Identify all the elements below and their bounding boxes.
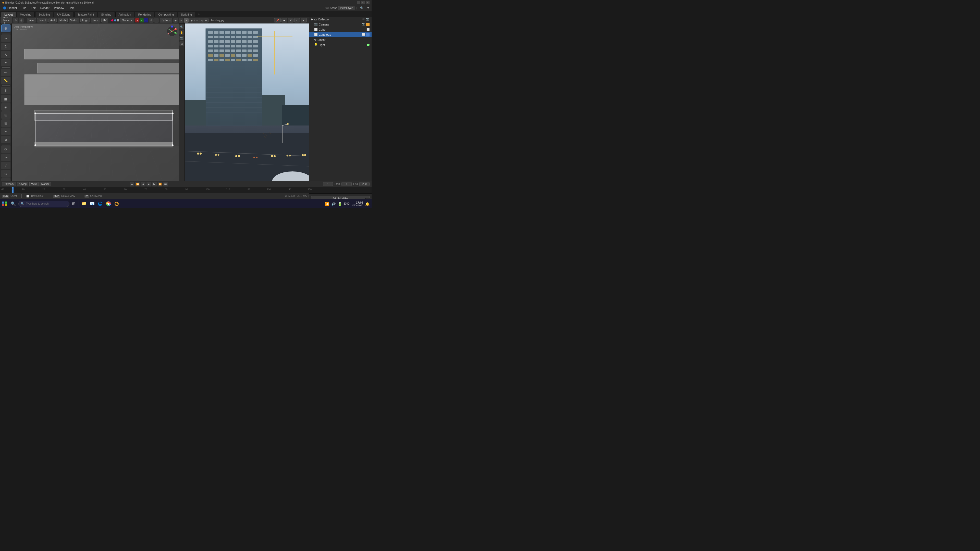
z-constraint[interactable]: Z (144, 18, 148, 22)
options-btn[interactable]: Options (160, 18, 172, 22)
search-icon[interactable]: 🔍 (359, 6, 365, 10)
tool-spin[interactable]: ⟳ (1, 145, 11, 153)
scene-selector[interactable] (325, 7, 329, 9)
menu-blender[interactable]: 🔵 Blender (1, 6, 19, 10)
view-btn[interactable]: View (27, 18, 36, 22)
zoom-in-btn[interactable]: 🔍 (180, 24, 184, 29)
taskbar-file-explorer[interactable]: 📁 (80, 199, 88, 208)
image-pin-btn[interactable]: 📌 (274, 18, 281, 22)
taskbar-chrome[interactable] (104, 199, 113, 208)
face-btn[interactable]: Face (91, 18, 100, 22)
menu-help[interactable]: Help (67, 6, 76, 10)
menu-render[interactable]: Render (38, 6, 52, 10)
language-indicator[interactable]: ENG (344, 202, 350, 205)
tab-compositing[interactable]: Compositing (155, 12, 177, 17)
tool-cursor[interactable]: ⊕ (1, 24, 11, 32)
outliner-cube001[interactable]: ⬜ Cube.001 ⬜ (309, 32, 372, 37)
end-frame-input[interactable] (360, 182, 369, 186)
grid-btn[interactable]: ⊞ (180, 41, 184, 46)
camera-btn[interactable]: 📷 (180, 36, 184, 40)
tab-layout[interactable]: Layout (1, 12, 16, 17)
play-btn[interactable]: ▶ (146, 182, 151, 186)
uv-btn[interactable]: UV (101, 18, 108, 22)
tab-scripting[interactable]: Scripting (178, 12, 195, 17)
3d-viewport[interactable]: User Perspective (1) Cube.001 X Y Z (12, 24, 185, 187)
tool-loop-cut[interactable]: ⊞ (1, 111, 11, 119)
tool-measure[interactable]: 📏 (1, 77, 11, 84)
tool-annotate[interactable]: ✏ (1, 68, 11, 76)
local-view-btn[interactable]: ⊙ (13, 18, 18, 23)
global-view-btn[interactable]: ◎ (19, 18, 24, 23)
menu-file[interactable]: File (20, 6, 28, 10)
image-nav-btn[interactable]: ◀ (282, 18, 287, 22)
tab-texture-paint[interactable]: Texture Paint (74, 12, 97, 17)
start-frame-input[interactable] (342, 182, 352, 186)
tool-offset-edge[interactable]: ⊟ (1, 119, 11, 127)
x-constraint[interactable]: X (135, 18, 139, 22)
tool-bevel[interactable]: ◈ (1, 103, 11, 111)
pan-btn[interactable]: ✋ (180, 30, 184, 35)
tool-inset[interactable]: ▣ (1, 95, 11, 103)
tab-rendering[interactable]: Rendering (135, 12, 154, 17)
vertex-btn[interactable]: Vertex (68, 18, 80, 22)
battery-icon[interactable]: 🔋 (338, 202, 342, 206)
next-keyframe-btn[interactable]: ▶ (152, 182, 157, 186)
proportional-btn[interactable]: ○ (154, 18, 159, 23)
collection-item[interactable]: ▶ 🗂 Collection 👁 📷 (309, 17, 372, 22)
next-frame-btn[interactable]: ⏩ (158, 182, 162, 186)
minimize-button[interactable]: – (357, 1, 360, 4)
keying-menu[interactable]: Keying (17, 182, 29, 186)
menu-window[interactable]: Window (52, 6, 66, 10)
viewport-shading-material[interactable]: ◐ (189, 18, 194, 23)
tool-bisect[interactable]: ⌀ (1, 136, 11, 143)
tab-shading[interactable]: Shading (98, 12, 115, 17)
tab-sculpting[interactable]: Sculpting (35, 12, 53, 17)
outliner-cube[interactable]: ⬜ Cube ⬜ (309, 27, 372, 32)
tool-transform[interactable]: ✦ (1, 59, 11, 67)
mesh-btn[interactable]: Mesh (58, 18, 67, 22)
tool-knife[interactable]: ✂ (1, 127, 11, 135)
outliner-light[interactable]: 💡 Light (309, 42, 372, 48)
marker-menu[interactable]: Marker (40, 182, 51, 186)
view-layer-selector[interactable]: View Layer (338, 6, 354, 10)
snap-btn[interactable]: ⊙ (149, 18, 154, 23)
taskbar-search[interactable]: 🔍 (9, 199, 18, 208)
transform-mode-global[interactable]: Global ▼ (120, 18, 134, 22)
prev-keyframe-btn[interactable]: ◀ (141, 182, 145, 186)
y-constraint[interactable]: Y (140, 18, 144, 22)
image-close-btn[interactable]: ✕ (288, 18, 293, 22)
playback-menu[interactable]: Playback (2, 182, 16, 186)
tool-shrink[interactable]: ⊙ (1, 170, 11, 178)
start-button[interactable] (0, 199, 9, 208)
filter-icon[interactable]: ▼ (366, 6, 371, 10)
tool-scale[interactable]: ⤡ (1, 51, 11, 59)
search-input[interactable] (26, 202, 67, 205)
tool-rotate[interactable]: ↻ (1, 43, 11, 50)
tool-edge-slide[interactable]: ⤢ (1, 162, 11, 169)
image-expand-btn[interactable]: ⤢ (294, 18, 300, 22)
menu-edit[interactable]: Edit (29, 6, 38, 10)
close-button[interactable]: ✕ (366, 1, 369, 4)
volume-icon[interactable]: 🔊 (331, 202, 336, 206)
tab-uv-editing[interactable]: UV Editing (54, 12, 74, 17)
tool-smooth[interactable]: 〰 (1, 154, 11, 161)
edge-btn[interactable]: Edge (80, 18, 90, 22)
network-icon[interactable]: 📶 (325, 202, 329, 206)
notification-icon[interactable]: 🔔 (365, 202, 369, 206)
viewport-shading-solid[interactable]: ● (184, 18, 189, 23)
outliner-camera[interactable]: 📷 Camera 📷 (309, 22, 372, 27)
overlay-btn[interactable]: ◉ (173, 18, 178, 23)
add-workspace-button[interactable]: + (196, 11, 202, 17)
tab-modeling[interactable]: Modeling (17, 12, 35, 17)
jump-start-btn[interactable]: ⏮ (130, 182, 134, 186)
tool-move[interactable]: ↔ (1, 35, 11, 42)
taskbar-mail[interactable]: 📧 (88, 199, 96, 208)
clock[interactable]: 17:06 18/04/2020 (352, 201, 363, 206)
viewport-shading-eevee[interactable]: ◎ (200, 18, 205, 23)
viewport-shading-rendered[interactable]: ○ (195, 18, 199, 23)
timeline-ruler[interactable]: -10 1 10 20 30 40 50 60 70 80 90 100 110… (0, 187, 372, 193)
add-btn[interactable]: Add (48, 18, 57, 22)
taskbar-blender[interactable] (113, 199, 121, 208)
tab-animation[interactable]: Animation (115, 12, 135, 17)
outliner-empty[interactable]: ⊕ Empty (309, 37, 372, 42)
